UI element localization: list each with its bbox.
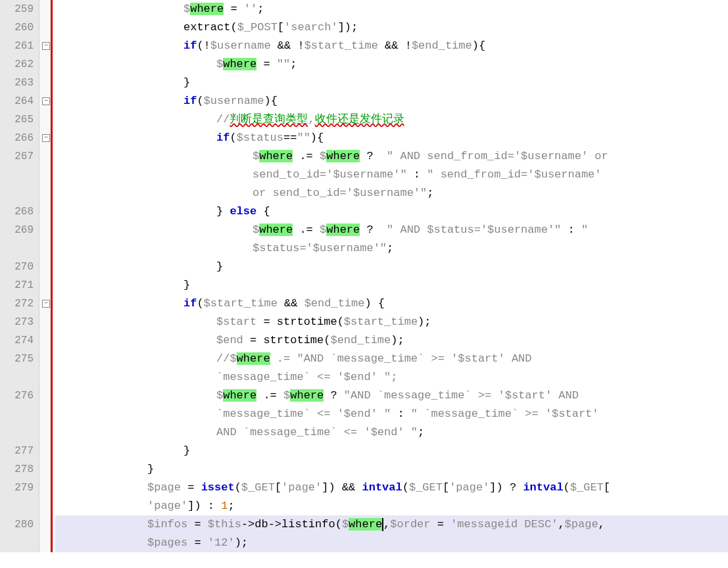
fold-toggle[interactable]: − [42,300,50,308]
token-paren: } [216,260,223,273]
token-var: $page [565,518,598,531]
token-var: $start_time [344,316,418,328]
token-str: `message_time` <= '$end' " [216,408,391,420]
token-func: strtotime [263,334,324,346]
line-number: 261 [0,37,34,55]
line-number: 274 [0,331,34,350]
token-hl: where [259,224,293,236]
fold-toggle[interactable]: − [42,42,50,50]
token-op: .= [256,389,283,402]
token-op: && ! [378,39,412,52]
code-line[interactable]: `message_time` <= '$end' "; [55,368,728,387]
token-op: ; [397,334,404,346]
line-number [0,166,34,184]
code-line[interactable]: $pages = '12'); [55,534,728,552]
token-str: .= "AND `message_time` >= '$start' AND [270,352,532,365]
line-number [0,534,34,552]
token-op: ; [424,316,431,328]
code-line[interactable]: extract($_POST['search']); [55,18,728,37]
line-number [0,405,34,423]
token-paren: } [183,444,190,457]
token-paren: ( [230,131,236,144]
fold-column[interactable]: −−−− [39,0,53,552]
token-op: ; [387,242,393,254]
code-line[interactable]: $where = ""; [55,55,728,74]
token-hl: where [223,389,256,402]
code-line[interactable]: $where .= $where ? "AND `message_time` >… [55,387,728,405]
code-line[interactable]: $infos = $this->db->listinfo($where,$ord… [55,515,728,534]
token-var: $start [216,316,256,328]
code-line[interactable]: //$where .= "AND `message_time` >= '$sta… [55,350,728,368]
code-line[interactable]: if($status==""){ [55,129,728,147]
token-op: , [383,518,390,531]
token-op: = [256,316,277,328]
token-hl: where [326,224,360,236]
token-str: 'messageid DESC' [450,518,558,531]
line-number [0,184,34,202]
code-line[interactable]: or send_to_id='$username'"; [55,184,728,202]
token-paren: } [183,279,190,291]
token-func: strtotime [277,316,337,328]
code-line[interactable]: $where .= $where ? " AND send_from_id='$… [55,147,728,166]
code-line[interactable]: //判断是查询类型,收件还是发件记录 [55,110,728,129]
code-line[interactable]: $where .= $where ? " AND $status='$usern… [55,221,728,239]
code-line[interactable]: } [55,276,728,295]
code-line[interactable]: `message_time` <= '$end' " : " `message_… [55,405,728,423]
token-paren: ) [235,536,241,549]
line-number-gutter: 2592602612622632642652662672682692702712… [0,0,39,552]
code-line[interactable]: $start = strtotime($start_time); [55,313,728,331]
token-var: $username [204,95,264,107]
token-paren: ( [197,297,203,310]
code-line[interactable]: $page = isset($_GET['page']) && intval($… [55,479,728,497]
token-var: $ [230,352,236,365]
token-hl: where [326,150,360,162]
token-op: = [431,518,451,531]
token-op: ? [503,481,523,494]
token-op: ? [360,224,387,236]
line-number [0,239,34,258]
code-area[interactable]: $where = '';extract($_POST['search']);if… [53,0,728,552]
line-number [0,423,34,442]
token-str: 'page' [147,500,187,512]
token-var: $ [342,518,349,531]
code-line[interactable]: if($username){ [55,92,728,110]
fold-toggle[interactable]: − [42,134,50,142]
line-number: 263 [0,74,34,92]
code-line[interactable]: 'page']) : 1; [55,497,728,515]
code-line[interactable]: } [55,442,728,460]
code-line[interactable]: if(!$username && !$start_time && !$end_t… [55,37,728,55]
code-line[interactable]: if($start_time && $end_time) { [55,295,728,313]
token-kw: if [183,95,197,107]
token-hl: where [223,58,256,70]
token-str: " AND send_from_id='$username' or [387,150,608,162]
token-str: or send_to_id='$username'" [253,187,427,199]
token-op: , [558,518,564,531]
token-paren: ]) [187,500,201,512]
token-kw: if [183,297,197,310]
code-line[interactable]: AND `message_time` <= '$end' "; [55,423,728,442]
code-line[interactable]: $where = ''; [55,0,728,18]
token-paren: ) [391,334,397,346]
token-var: $status [237,131,283,144]
token-hl: where [290,389,324,402]
code-line[interactable]: } else { [55,202,728,221]
token-op: ; [351,21,358,34]
fold-toggle[interactable]: − [42,97,50,105]
token-op: -> [268,518,281,531]
token-var: $start_time [304,39,378,52]
code-line[interactable]: } [55,460,728,479]
token-op: && [335,481,362,494]
code-line[interactable]: $end = strtotime($end_time); [55,331,728,350]
code-line[interactable]: } [55,258,728,276]
token-paren: ){ [310,131,324,144]
token-paren: ]) [489,481,502,494]
code-line[interactable]: } [55,74,728,92]
code-line[interactable]: send_to_id='$username'" : " send_from_id… [55,166,728,184]
token-var: $end [216,334,243,346]
token-paren: } [216,205,230,218]
token-num: 1 [221,500,228,512]
token-var: $username [210,39,271,52]
code-line[interactable]: $status='$username'"; [55,239,728,258]
token-op: && ! [271,39,304,52]
code-editor[interactable]: 2592602612622632642652662672682692702712… [0,0,728,552]
